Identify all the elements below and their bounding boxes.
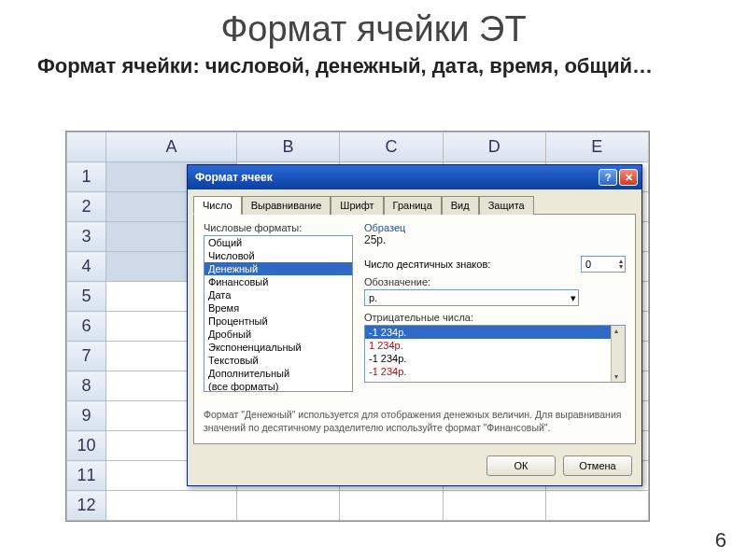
negatives-label: Отрицательные числа: [364, 312, 626, 323]
tab-4[interactable]: Вид [442, 196, 479, 215]
format-option[interactable]: Дата [204, 288, 352, 301]
row-header-10[interactable]: 10 [67, 431, 106, 461]
negative-option[interactable]: 1 234р. [365, 339, 611, 352]
row-header-9[interactable]: 9 [67, 401, 106, 431]
tab-3[interactable]: Граница [384, 196, 442, 215]
page-number: 6 [715, 528, 726, 553]
col-header-C[interactable]: C [340, 133, 443, 162]
dialog-body: Числовые форматы: ОбщийЧисловойДенежныйФ… [193, 214, 636, 444]
row-header-5[interactable]: 5 [67, 282, 106, 312]
spinner-buttons[interactable]: ▴▾ [619, 259, 623, 270]
row-header-3[interactable]: 3 [67, 222, 106, 252]
format-hint: Формат "Денежный" используется для отобр… [204, 409, 626, 434]
row-header-8[interactable]: 8 [67, 371, 106, 401]
tab-1[interactable]: Выравнивание [242, 196, 331, 215]
corner-cell[interactable] [67, 133, 106, 162]
ok-button[interactable]: ОК [486, 455, 556, 476]
slide-title: Формат ячейки ЭТ [0, 9, 747, 49]
chevron-down-icon: ▾ [571, 292, 576, 304]
negative-option[interactable]: -1 234р. [365, 365, 611, 378]
negative-option[interactable]: -1 234р. [365, 326, 611, 339]
cell-D12[interactable] [443, 491, 545, 521]
row-header-4[interactable]: 4 [67, 252, 106, 282]
close-button[interactable]: ✕ [619, 169, 638, 186]
formats-listbox[interactable]: ОбщийЧисловойДенежныйФинансовыйДатаВремя… [204, 235, 353, 392]
row-header-6[interactable]: 6 [67, 312, 106, 342]
sample-value: 25р. [364, 233, 626, 246]
format-option[interactable]: Общий [204, 236, 352, 249]
format-option[interactable]: Процентный [204, 315, 352, 328]
format-option[interactable]: Числовой [204, 249, 352, 262]
negatives-listbox[interactable]: -1 234р.1 234р.-1 234р.-1 234р. [364, 325, 626, 383]
format-option[interactable]: Финансовый [204, 275, 352, 288]
col-header-E[interactable]: E [545, 133, 648, 162]
scrollbar[interactable] [611, 326, 625, 382]
cell-C12[interactable] [340, 491, 443, 521]
cell-B12[interactable] [237, 491, 340, 521]
symbol-label: Обозначение: [364, 276, 626, 287]
col-header-A[interactable]: A [106, 133, 237, 162]
dialog-buttons: ОК Отмена [188, 450, 641, 485]
tab-5[interactable]: Защита [479, 196, 534, 215]
cell-A12[interactable] [106, 491, 237, 521]
dialog-title: Формат ячеек [195, 171, 273, 184]
negative-option[interactable]: -1 234р. [365, 352, 611, 365]
format-option[interactable]: (все форматы) [204, 380, 352, 392]
tab-0[interactable]: Число [193, 196, 242, 215]
slide-subtitle: Формат ячейки: числовой, денежный, дата,… [37, 53, 710, 79]
col-header-D[interactable]: D [443, 133, 545, 162]
format-option[interactable]: Дробный [204, 328, 352, 341]
format-option[interactable]: Время [204, 301, 352, 315]
format-option[interactable]: Денежный [204, 262, 352, 275]
format-cells-dialog: Формат ячеек ? ✕ ЧислоВыравниваниеШрифтГ… [187, 164, 642, 486]
row-header-11[interactable]: 11 [67, 461, 106, 491]
dialog-tabs: ЧислоВыравниваниеШрифтГраницаВидЗащита [188, 189, 641, 214]
cancel-button[interactable]: Отмена [563, 455, 632, 476]
cell-E12[interactable] [545, 491, 648, 521]
tab-2[interactable]: Шрифт [331, 196, 383, 215]
decimals-label: Число десятичных знаков: [364, 259, 490, 270]
row-header-2[interactable]: 2 [67, 192, 106, 222]
decimals-spinner[interactable]: 0 ▴▾ [581, 256, 626, 273]
format-option[interactable]: Экспоненциальный [204, 341, 352, 354]
formats-label: Числовые форматы: [204, 222, 353, 233]
row-header-7[interactable]: 7 [67, 342, 106, 371]
decimals-value: 0 [585, 259, 591, 270]
symbol-value: р. [369, 292, 377, 303]
format-option[interactable]: Текстовый [204, 354, 352, 367]
format-option[interactable]: Дополнительный [204, 367, 352, 380]
symbol-combo[interactable]: р. ▾ [364, 289, 579, 306]
dialog-titlebar[interactable]: Формат ячеек ? ✕ [188, 165, 641, 189]
row-header-12[interactable]: 12 [67, 491, 106, 521]
col-header-B[interactable]: B [237, 133, 340, 162]
sample-label: Образец [364, 222, 626, 233]
help-button[interactable]: ? [599, 169, 617, 186]
row-header-1[interactable]: 1 [67, 162, 106, 192]
